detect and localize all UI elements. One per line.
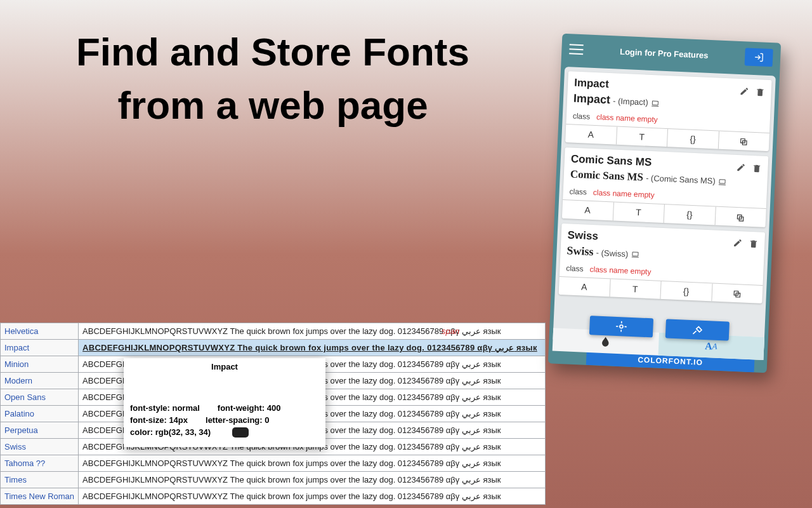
tooltip-letter-spacing: letter-spacing: 0 (206, 415, 269, 425)
svg-rect-9 (632, 252, 638, 256)
card-footer-button[interactable]: {} (660, 281, 712, 301)
font-name-cell[interactable]: Swiss (1, 439, 79, 455)
headline: Find and Store Fonts from a web page (51, 25, 495, 131)
card-footer-button[interactable]: A (565, 124, 617, 145)
card-footer-button[interactable] (712, 283, 763, 304)
edit-icon[interactable] (739, 84, 749, 96)
font-name-cell[interactable]: Impact (1, 340, 79, 356)
color-swatch (232, 427, 249, 438)
tooltip-color: color: rgb(32, 33, 34) (130, 427, 211, 438)
font-card: SwissSwiss - (Swiss) classclass name emp… (559, 224, 766, 304)
tooltip-title: Impact (130, 362, 319, 371)
class-label: class (569, 187, 587, 197)
font-sample-cell: ABCDEFGHIJKLMNOPQRSTUVWXYZ The quick bro… (79, 472, 546, 488)
font-name-cell[interactable]: Tahoma ?? (1, 455, 79, 472)
laptop-icon (718, 177, 728, 187)
table-row[interactable]: TimesABCDEFGHIJKLMNOPQRSTUVWXYZ The quic… (1, 472, 546, 488)
tooltip-font-weight: font-weight: 400 (218, 403, 281, 413)
table-row[interactable]: Times New RomanABCDEFGHIJKLMNOPQRSTUVWXY… (1, 488, 546, 505)
extension-panel: Login for Pro Features ImpactImpact - (I… (548, 34, 781, 373)
font-name-cell[interactable]: Times New Roman (1, 488, 79, 505)
build-fab[interactable] (665, 319, 729, 340)
card-footer-button[interactable]: A (562, 200, 614, 220)
svg-rect-5 (719, 180, 725, 184)
font-name-cell[interactable]: Times (1, 472, 79, 488)
svg-point-13 (619, 325, 622, 328)
login-label[interactable]: Login for Pro Features (591, 45, 737, 61)
table-row[interactable]: HelveticaABCDEFGHIJKLMNOPQRSTUVWXYZ The … (1, 323, 546, 340)
target-fab[interactable] (589, 316, 653, 337)
card-footer-button[interactable]: A (559, 276, 611, 297)
font-name-cell[interactable]: Palatino (1, 406, 79, 422)
card-footer-button[interactable] (718, 131, 769, 152)
card-footer-button[interactable]: {} (664, 204, 716, 225)
card-footer-button[interactable]: T (613, 203, 665, 223)
font-sample-cell: ABCDEFGHIJKLMNOPQRSTUVWXYZ The quick bro… (79, 488, 546, 505)
span-tag-overlay: span (442, 326, 459, 336)
card-footer-button[interactable]: T (610, 279, 662, 299)
class-empty: class name empty (596, 112, 658, 124)
laptop-icon (651, 98, 660, 108)
font-sample-cell: ABCDEFGHIJKLMNOPQRSTUVWXYZ The quick bro… (79, 323, 546, 340)
edit-icon[interactable] (736, 161, 746, 172)
tooltip-font-size: font-size: 14px (130, 415, 188, 425)
card-footer-button[interactable]: {} (667, 129, 719, 149)
menu-icon[interactable] (569, 44, 584, 55)
font-name-cell[interactable]: Perpetua (1, 422, 79, 439)
laptop-icon (631, 250, 640, 259)
delete-icon[interactable] (755, 85, 765, 97)
edit-icon[interactable] (733, 237, 743, 248)
class-label: class (566, 264, 584, 273)
card-footer-button[interactable] (715, 207, 766, 227)
font-name-cell[interactable]: Minion (1, 356, 79, 373)
table-row[interactable]: Tahoma ??ABCDEFGHIJKLMNOPQRSTUVWXYZ The … (1, 455, 546, 472)
class-empty: class name empty (589, 265, 651, 276)
table-row[interactable]: ImpactABCDEFGHIJKLMNOPQRSTUVWXYZ The qui… (1, 340, 546, 356)
font-name-cell[interactable]: Open Sans (1, 389, 79, 406)
font-name-cell[interactable]: Helvetica (1, 323, 79, 340)
delete-icon[interactable] (749, 237, 759, 249)
login-button[interactable] (745, 48, 773, 67)
svg-rect-1 (652, 101, 658, 105)
font-name-cell[interactable]: Modern (1, 373, 79, 389)
font-inspector-tooltip: Impact font-style: normal font-weight: 4… (124, 358, 325, 447)
tooltip-font-style: font-style: normal (130, 403, 200, 413)
font-sample-cell: ABCDEFGHIJKLMNOPQRSTUVWXYZ The quick bro… (79, 340, 546, 356)
class-empty: class name empty (593, 188, 655, 199)
font-sample-cell: ABCDEFGHIJKLMNOPQRSTUVWXYZ The quick bro… (79, 455, 546, 472)
font-card: ImpactImpact - (Impact) classclass name … (565, 71, 772, 151)
delete-icon[interactable] (752, 162, 762, 173)
class-label: class (573, 112, 591, 121)
font-card-list: ImpactImpact - (Impact) classclass name … (553, 67, 775, 349)
card-footer-button[interactable]: T (616, 127, 668, 147)
font-card: Comic Sans MSComic Sans MS - (Comic Sans… (562, 147, 769, 227)
